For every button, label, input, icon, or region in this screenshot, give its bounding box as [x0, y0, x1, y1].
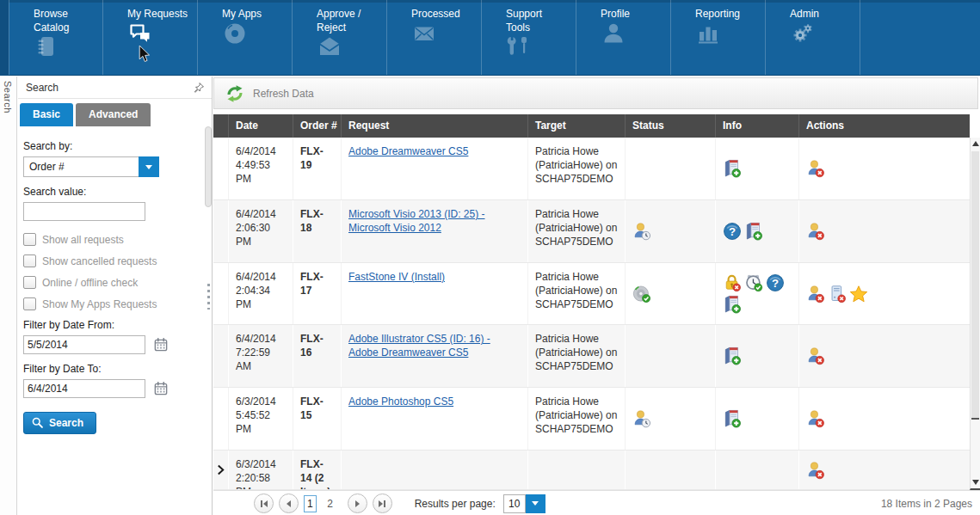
- row-request-cell: Adobe Photoshop CS5: [341, 388, 527, 450]
- calendar-icon[interactable]: [153, 381, 169, 396]
- table-row[interactable]: 6/4/2014 7:22:59 AM FLX-16 Adobe Illustr…: [213, 325, 970, 388]
- app-add-icon[interactable]: [744, 222, 763, 241]
- checkbox-row-show-my-apps-requests: Show My Apps Requests: [23, 297, 205, 310]
- app-add-icon[interactable]: [723, 409, 742, 428]
- row-actions-cell: [798, 388, 970, 450]
- last-page-button[interactable]: [373, 494, 392, 513]
- nav-item-admin[interactable]: Admin: [766, 0, 860, 75]
- request-link[interactable]: FastStone IV (Install): [348, 271, 445, 283]
- gears-icon: [790, 21, 860, 46]
- row-target: Patricia Howe (PatriciaHowe) on SCHAP75D…: [527, 138, 625, 199]
- calendar-icon[interactable]: [153, 337, 169, 353]
- user-remove-icon[interactable]: [806, 222, 825, 241]
- user-clock-icon: [632, 222, 651, 241]
- request-link[interactable]: Adobe Dreamweaver CS5: [348, 145, 468, 157]
- user-remove-icon[interactable]: [806, 285, 825, 303]
- checkbox[interactable]: [23, 254, 36, 267]
- row-date: 6/3/2014 2:20:58 PM: [228, 451, 293, 489]
- expand-row-icon[interactable]: [217, 464, 225, 475]
- search-by-select[interactable]: Order #: [23, 156, 159, 177]
- column-header-order[interactable]: Order #: [293, 114, 341, 138]
- nav-item-processed[interactable]: Processed: [387, 0, 482, 75]
- date-from-input[interactable]: [23, 335, 145, 354]
- column-header-status[interactable]: Status: [625, 114, 715, 138]
- search-button-label: Search: [49, 417, 83, 429]
- request-link[interactable]: Microsoft Visio 2013 (ID: 25) - Microsof…: [348, 208, 485, 234]
- user-remove-icon[interactable]: [806, 409, 825, 428]
- tab-advanced[interactable]: Advanced: [76, 103, 151, 126]
- column-header-info[interactable]: Info: [715, 114, 798, 138]
- first-page-button[interactable]: [254, 494, 274, 513]
- question-icon[interactable]: [766, 273, 785, 292]
- checkbox-label: Show cancelled requests: [42, 255, 157, 267]
- question-icon[interactable]: [723, 222, 742, 241]
- table-header: Date Order # Request Target Status Info …: [213, 114, 970, 138]
- splitter-handle[interactable]: [207, 284, 210, 310]
- next-page-button[interactable]: [348, 494, 367, 513]
- row-target: Patricia Howe (PatriciaHowe) on SCHAP75D…: [527, 263, 625, 324]
- search-collapsed-tab[interactable]: Search: [0, 77, 17, 515]
- column-header-actions[interactable]: Actions: [798, 114, 970, 138]
- nav-item-my-apps[interactable]: My Apps: [198, 0, 293, 75]
- nav-item-profile[interactable]: Profile: [576, 0, 671, 75]
- results-per-page-label: Results per page:: [415, 498, 496, 510]
- user-remove-icon[interactable]: [806, 461, 825, 480]
- row-status-cell: [625, 388, 715, 450]
- checkbox[interactable]: [23, 276, 36, 289]
- checkbox[interactable]: [23, 297, 36, 310]
- nav-item-browse-catalog[interactable]: Browse Catalog: [9, 0, 103, 75]
- results-per-page-dropdown-button[interactable]: [526, 494, 545, 513]
- table-row[interactable]: 6/3/2014 5:45:52 PM FLX-15 Adobe Photosh…: [213, 388, 970, 451]
- column-header-target[interactable]: Target: [527, 114, 625, 138]
- nav-item-label: Profile: [601, 8, 663, 21]
- table-scrollbar[interactable]: [970, 138, 980, 490]
- requests-main: Refresh Data Date Order # Request Target…: [213, 76, 980, 515]
- nav-item-my-requests[interactable]: My Requests: [103, 0, 198, 75]
- nav-item-approve-reject[interactable]: Approve / Reject: [293, 0, 387, 75]
- checkbox[interactable]: [23, 233, 36, 246]
- request-link[interactable]: Adobe Photoshop CS5: [348, 395, 453, 408]
- nav-item-support-tools[interactable]: Support Tools: [482, 0, 576, 75]
- computer-x-icon[interactable]: [828, 285, 847, 303]
- nav-item-reporting[interactable]: Reporting: [671, 0, 766, 75]
- refresh-data-button[interactable]: Refresh Data: [213, 77, 978, 109]
- pin-icon[interactable]: [193, 82, 205, 94]
- request-link[interactable]: Adobe Illustrator CS5 (ID: 16) - Adobe D…: [348, 333, 490, 359]
- scroll-down-icon[interactable]: [972, 480, 979, 485]
- search-panel: Search Basic Advanced Search by: Order #…: [18, 77, 212, 515]
- tab-basic[interactable]: Basic: [20, 103, 73, 126]
- search-value-label: Search value:: [23, 186, 205, 198]
- sidebar-scrollbar-thumb[interactable]: [205, 126, 212, 207]
- user-remove-icon[interactable]: [806, 346, 825, 365]
- checkbox-row-online-offline-check: Online / offline check: [23, 276, 205, 289]
- search-sidebar: Search Search Basic Advanced Search by: …: [0, 77, 213, 515]
- search-button[interactable]: Search: [23, 412, 96, 434]
- row-order-number: FLX-14 (2 Items): [293, 451, 341, 489]
- table-row[interactable]: 6/4/2014 2:06:30 PM FLX-18 Microsoft Vis…: [213, 200, 970, 263]
- table-row[interactable]: 6/4/2014 4:49:53 PM FLX-19 Adobe Dreamwe…: [213, 138, 970, 200]
- scroll-up-icon[interactable]: [972, 141, 979, 146]
- date-to-input[interactable]: [23, 379, 145, 398]
- scrollbar-thumb[interactable]: [971, 151, 979, 420]
- table-row[interactable]: 6/3/2014 2:20:58 PM FLX-14 (2 Items): [213, 451, 970, 490]
- clock-check-icon[interactable]: [744, 273, 763, 292]
- user-remove-icon[interactable]: [806, 159, 825, 178]
- search-by-dropdown-button[interactable]: [139, 156, 159, 177]
- search-value-input[interactable]: [23, 202, 145, 221]
- prev-page-button[interactable]: [279, 494, 299, 513]
- nav-item-label: Support Tools: [506, 8, 568, 34]
- table-row[interactable]: 6/4/2014 2:04:34 PM FLX-17 FastStone IV …: [213, 263, 970, 325]
- row-request-cell: Adobe Dreamweaver CS5: [341, 138, 527, 199]
- magnifier-icon: [31, 416, 44, 429]
- page-number-1[interactable]: 1: [304, 495, 317, 512]
- person-icon: [601, 21, 670, 46]
- chevron-down-icon: [532, 501, 539, 506]
- column-header-request[interactable]: Request: [341, 114, 527, 138]
- app-add-icon[interactable]: [723, 346, 742, 365]
- star-icon[interactable]: [849, 285, 868, 303]
- column-header-date[interactable]: Date: [228, 114, 293, 138]
- page-number-2[interactable]: 2: [324, 495, 336, 512]
- app-add-icon[interactable]: [723, 295, 742, 314]
- lock-x-icon[interactable]: [723, 273, 742, 292]
- app-add-icon[interactable]: [723, 159, 742, 178]
